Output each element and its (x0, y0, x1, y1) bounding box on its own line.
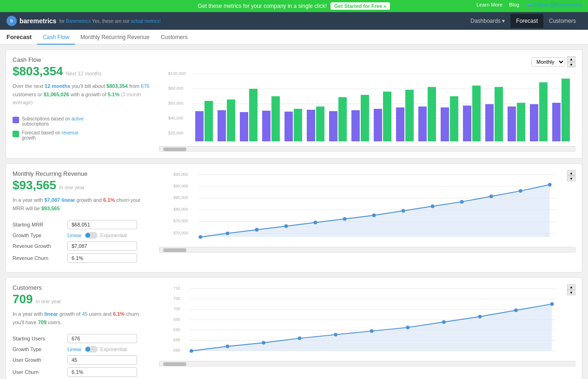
svg-point-85 (190, 349, 193, 353)
customers-value-sub: In one year (35, 299, 61, 304)
svg-point-63 (372, 213, 376, 217)
legend-item-1: Subscriptions based on activesubscriptio… (13, 116, 152, 126)
svg-text:$80,000: $80,000 (173, 207, 188, 212)
svg-rect-27 (383, 92, 391, 141)
mrr-linear-opt[interactable]: Linear (67, 233, 82, 238)
svg-point-59 (255, 228, 259, 232)
cust-linear-opt[interactable]: Linear (67, 346, 82, 352)
svg-point-61 (314, 221, 317, 225)
cust-scroll-down[interactable]: ▼ (567, 290, 575, 295)
cust-growthtype-label: Growth Type (13, 346, 64, 352)
mrr-fields: Starting MRR Growth Type Linear Exponent… (13, 220, 152, 263)
mrr-growth-input[interactable] (67, 241, 137, 251)
svg-rect-16 (262, 111, 271, 141)
svg-point-95 (550, 302, 554, 306)
mrr-scroll-down[interactable]: ▼ (567, 176, 575, 181)
svg-text:$80,000: $80,000 (168, 86, 184, 91)
cashflow-description: Over the next 12 months you'll bill abou… (13, 82, 152, 107)
mrr-chart-scroll-arrows: ▲ ▼ (567, 170, 575, 181)
svg-point-66 (460, 200, 464, 204)
svg-rect-17 (271, 96, 280, 141)
tab-customers[interactable]: Customers (155, 30, 193, 45)
mrr-growthtype-label: Growth Type (13, 233, 64, 238)
cust-toggle[interactable]: Linear Exponential (67, 346, 127, 352)
svg-point-89 (334, 333, 337, 337)
cust-growth-input[interactable] (67, 355, 137, 365)
mrr-main-value: $93,565 (13, 178, 56, 193)
active-subscriptions-link[interactable]: active (72, 116, 84, 121)
svg-point-90 (370, 329, 374, 333)
nav-dashboards[interactable]: Dashboards ▾ (465, 14, 510, 28)
mrr-chart-svg: $95,000 $90,000 $85,000 $80,000 $75,000 … (159, 170, 575, 245)
logo-icon: b (7, 16, 17, 26)
cust-toggle-switch[interactable] (85, 346, 98, 352)
customers-description: In a year with linear growth of 45 users… (13, 310, 152, 326)
mrr-churn-row: Revenue Churn (13, 253, 152, 263)
cust-chart-scroll[interactable] (159, 361, 575, 366)
cust-exp-opt[interactable]: Exponential (100, 346, 127, 352)
svg-point-67 (489, 194, 493, 198)
svg-point-62 (343, 217, 347, 221)
cust-churn-input[interactable] (67, 367, 137, 377)
nav-forecast[interactable]: Forecast (510, 14, 543, 28)
cashflow-legend: Subscriptions based on activesubscriptio… (13, 116, 152, 140)
navbar: b baremetrics for Baremetrics Yes, these… (0, 12, 588, 30)
customers-main-value: 709 (13, 292, 33, 306)
svg-point-64 (402, 209, 405, 213)
mrr-toggle[interactable]: Linear Exponential (67, 232, 127, 239)
learn-more-link[interactable]: Learn More (476, 2, 502, 8)
actual-metrics-link[interactable]: actual metrics! (131, 19, 160, 24)
svg-text:$40,000: $40,000 (168, 116, 184, 120)
customers-title: Customers (13, 284, 152, 291)
mrr-scroll-up[interactable]: ▲ (567, 170, 575, 176)
customers-chart-svg: 710 705 700 695 690 685 680 (159, 284, 575, 359)
svg-marker-56 (200, 185, 550, 237)
svg-rect-21 (316, 106, 324, 141)
svg-rect-23 (338, 97, 347, 141)
mrr-chart-scroll[interactable] (159, 247, 575, 253)
cashflow-main-value: $803,354 (13, 64, 63, 79)
brand-link[interactable]: Baremetrics (66, 19, 91, 24)
svg-rect-26 (374, 109, 382, 141)
svg-rect-38 (508, 106, 516, 141)
monthly-select[interactable]: Monthly (531, 57, 565, 66)
svg-rect-31 (428, 87, 436, 141)
svg-rect-35 (472, 86, 481, 141)
cust-scroll-up[interactable]: ▲ (567, 284, 575, 290)
mrr-churn-input[interactable] (67, 253, 137, 263)
mrr-left: Monthly Recurring Revenue $93,565 In one… (13, 170, 159, 266)
svg-rect-41 (539, 82, 548, 141)
scroll-up-cf[interactable]: ▲ (567, 56, 575, 62)
cashflow-chart-header: Monthly ▲ ▼ (159, 56, 575, 67)
twitter-link[interactable]: 🐦 Follow @Baremetrics (526, 2, 582, 8)
mrr-starting-input[interactable] (67, 220, 137, 229)
svg-rect-29 (405, 90, 414, 141)
banner-cta[interactable]: Get Started for Free » (330, 2, 390, 10)
scroll-down-cf[interactable]: ▼ (567, 62, 575, 67)
mrr-exp-opt[interactable]: Exponential (100, 233, 127, 238)
revenue-link[interactable]: revenue (62, 130, 79, 135)
mrr-toggle-switch[interactable] (85, 232, 98, 239)
tab-mrr[interactable]: Monthly Recurring Revenue (75, 30, 155, 45)
svg-point-60 (284, 224, 288, 228)
mrr-growth-label: Revenue Growth (13, 243, 64, 249)
banner-right-links: Learn More Blog 🐦 Follow @Baremetrics (476, 2, 582, 8)
svg-rect-12 (218, 110, 226, 141)
svg-point-87 (262, 341, 265, 345)
legend-color-2 (13, 131, 19, 137)
svg-point-91 (406, 326, 410, 329)
mrr-churn-label: Revenue Churn (13, 255, 64, 261)
tab-cashflow[interactable]: Cash Flow (37, 30, 75, 45)
cust-chart-scroll-arrows: ▲ ▼ (567, 284, 575, 295)
cashflow-chart: $100,000 $80,000 $60,000 $40,000 $20,000 (159, 69, 575, 152)
svg-rect-39 (517, 103, 525, 141)
svg-rect-40 (530, 104, 538, 141)
nav-customers[interactable]: Customers (543, 14, 581, 28)
svg-text:$75,000: $75,000 (173, 219, 188, 223)
blog-link[interactable]: Blog (509, 2, 519, 8)
cashflow-title: Cash Flow (13, 56, 152, 63)
svg-text:$100,000: $100,000 (168, 71, 186, 76)
cashflow-chart-scroll[interactable] (159, 146, 575, 152)
cust-starting-input[interactable] (67, 334, 137, 343)
cust-starting-row: Starting Users (13, 334, 152, 343)
